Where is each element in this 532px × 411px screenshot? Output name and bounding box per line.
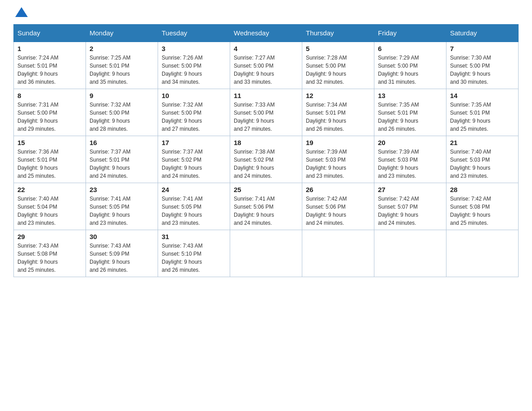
- day-number: 20: [378, 139, 442, 146]
- empty-cell: [374, 230, 446, 277]
- day-number: 23: [90, 186, 154, 193]
- day-cell-10: 10 Sunrise: 7:32 AMSunset: 5:00 PMDaylig…: [158, 89, 230, 136]
- day-number: 14: [450, 92, 515, 99]
- day-cell-3: 3 Sunrise: 7:26 AMSunset: 5:00 PMDayligh…: [158, 42, 230, 89]
- day-info: Sunrise: 7:40 AMSunset: 5:04 PMDaylight:…: [17, 196, 58, 226]
- day-number: 13: [378, 92, 442, 99]
- day-cell-8: 8 Sunrise: 7:31 AMSunset: 5:00 PMDayligh…: [14, 89, 86, 136]
- day-cell-21: 21 Sunrise: 7:40 AMSunset: 5:03 PMDaylig…: [446, 136, 519, 183]
- day-number: 25: [234, 186, 298, 193]
- header-friday: Friday: [374, 25, 446, 42]
- day-number: 6: [378, 45, 442, 52]
- day-info: Sunrise: 7:41 AMSunset: 5:05 PMDaylight:…: [162, 196, 202, 226]
- empty-cell: [302, 230, 374, 277]
- page-header: [13, 9, 519, 15]
- day-cell-27: 27 Sunrise: 7:42 AMSunset: 5:07 PMDaylig…: [374, 183, 446, 230]
- day-cell-23: 23 Sunrise: 7:41 AMSunset: 5:05 PMDaylig…: [86, 183, 158, 230]
- day-info: Sunrise: 7:39 AMSunset: 5:03 PMDaylight:…: [378, 149, 419, 179]
- day-cell-9: 9 Sunrise: 7:32 AMSunset: 5:00 PMDayligh…: [86, 89, 158, 136]
- header-wednesday: Wednesday: [230, 25, 302, 42]
- day-number: 28: [450, 186, 515, 193]
- day-cell-16: 16 Sunrise: 7:37 AMSunset: 5:01 PMDaylig…: [86, 136, 158, 183]
- day-number: 10: [162, 92, 226, 99]
- day-info: Sunrise: 7:40 AMSunset: 5:03 PMDaylight:…: [450, 149, 491, 179]
- logo: [13, 9, 28, 15]
- day-cell-15: 15 Sunrise: 7:36 AMSunset: 5:01 PMDaylig…: [14, 136, 86, 183]
- day-info: Sunrise: 7:24 AMSunset: 5:01 PMDaylight:…: [17, 55, 58, 85]
- day-info: Sunrise: 7:42 AMSunset: 5:08 PMDaylight:…: [450, 196, 491, 226]
- day-info: Sunrise: 7:37 AMSunset: 5:01 PMDaylight:…: [90, 149, 130, 179]
- logo-triangle-icon: [15, 7, 28, 17]
- day-number: 15: [17, 139, 82, 146]
- day-info: Sunrise: 7:41 AMSunset: 5:06 PMDaylight:…: [234, 196, 275, 226]
- logo-top: [13, 9, 28, 17]
- day-info: Sunrise: 7:38 AMSunset: 5:02 PMDaylight:…: [234, 149, 275, 179]
- day-info: Sunrise: 7:26 AMSunset: 5:00 PMDaylight:…: [162, 55, 202, 85]
- day-cell-22: 22 Sunrise: 7:40 AMSunset: 5:04 PMDaylig…: [14, 183, 86, 230]
- day-cell-20: 20 Sunrise: 7:39 AMSunset: 5:03 PMDaylig…: [374, 136, 446, 183]
- header-tuesday: Tuesday: [158, 25, 230, 42]
- day-number: 31: [162, 233, 226, 240]
- day-cell-19: 19 Sunrise: 7:39 AMSunset: 5:03 PMDaylig…: [302, 136, 374, 183]
- day-cell-5: 5 Sunrise: 7:28 AMSunset: 5:00 PMDayligh…: [302, 42, 374, 89]
- day-cell-24: 24 Sunrise: 7:41 AMSunset: 5:05 PMDaylig…: [158, 183, 230, 230]
- day-cell-7: 7 Sunrise: 7:30 AMSunset: 5:00 PMDayligh…: [446, 42, 519, 89]
- day-info: Sunrise: 7:33 AMSunset: 5:00 PMDaylight:…: [234, 102, 275, 132]
- day-info: Sunrise: 7:32 AMSunset: 5:00 PMDaylight:…: [90, 102, 130, 132]
- day-number: 8: [17, 92, 82, 99]
- week-row-1: 1 Sunrise: 7:24 AMSunset: 5:01 PMDayligh…: [14, 42, 519, 89]
- header-monday: Monday: [86, 25, 158, 42]
- day-info: Sunrise: 7:28 AMSunset: 5:00 PMDaylight:…: [306, 55, 347, 85]
- empty-cell: [446, 230, 519, 277]
- day-cell-14: 14 Sunrise: 7:35 AMSunset: 5:01 PMDaylig…: [446, 89, 519, 136]
- day-number: 19: [306, 139, 370, 146]
- day-cell-18: 18 Sunrise: 7:38 AMSunset: 5:02 PMDaylig…: [230, 136, 302, 183]
- day-info: Sunrise: 7:30 AMSunset: 5:00 PMDaylight:…: [450, 55, 491, 85]
- empty-cell: [230, 230, 302, 277]
- calendar-table: SundayMondayTuesdayWednesdayThursdayFrid…: [13, 24, 519, 277]
- day-info: Sunrise: 7:31 AMSunset: 5:00 PMDaylight:…: [17, 102, 58, 132]
- header-sunday: Sunday: [14, 25, 86, 42]
- day-number: 22: [17, 186, 82, 193]
- header-thursday: Thursday: [302, 25, 374, 42]
- day-number: 4: [234, 45, 298, 52]
- day-cell-12: 12 Sunrise: 7:34 AMSunset: 5:01 PMDaylig…: [302, 89, 374, 136]
- day-number: 1: [17, 45, 82, 52]
- day-number: 27: [378, 186, 442, 193]
- day-number: 9: [90, 92, 154, 99]
- day-number: 30: [90, 233, 154, 240]
- day-cell-25: 25 Sunrise: 7:41 AMSunset: 5:06 PMDaylig…: [230, 183, 302, 230]
- day-cell-29: 29 Sunrise: 7:43 AMSunset: 5:08 PMDaylig…: [14, 230, 86, 277]
- day-info: Sunrise: 7:39 AMSunset: 5:03 PMDaylight:…: [306, 149, 347, 179]
- day-number: 18: [234, 139, 298, 146]
- day-number: 3: [162, 45, 226, 52]
- day-cell-30: 30 Sunrise: 7:43 AMSunset: 5:09 PMDaylig…: [86, 230, 158, 277]
- day-number: 24: [162, 186, 226, 193]
- day-info: Sunrise: 7:25 AMSunset: 5:01 PMDaylight:…: [90, 55, 130, 85]
- day-cell-1: 1 Sunrise: 7:24 AMSunset: 5:01 PMDayligh…: [14, 42, 86, 89]
- day-info: Sunrise: 7:43 AMSunset: 5:10 PMDaylight:…: [162, 243, 202, 273]
- day-info: Sunrise: 7:42 AMSunset: 5:07 PMDaylight:…: [378, 196, 419, 226]
- day-info: Sunrise: 7:41 AMSunset: 5:05 PMDaylight:…: [90, 196, 130, 226]
- week-row-4: 22 Sunrise: 7:40 AMSunset: 5:04 PMDaylig…: [14, 183, 519, 230]
- day-info: Sunrise: 7:43 AMSunset: 5:09 PMDaylight:…: [90, 243, 130, 273]
- day-info: Sunrise: 7:43 AMSunset: 5:08 PMDaylight:…: [17, 243, 58, 273]
- day-number: 12: [306, 92, 370, 99]
- day-info: Sunrise: 7:29 AMSunset: 5:00 PMDaylight:…: [378, 55, 419, 85]
- day-number: 2: [90, 45, 154, 52]
- day-number: 5: [306, 45, 370, 52]
- day-number: 26: [306, 186, 370, 193]
- day-cell-17: 17 Sunrise: 7:37 AMSunset: 5:02 PMDaylig…: [158, 136, 230, 183]
- day-number: 11: [234, 92, 298, 99]
- day-number: 17: [162, 139, 226, 146]
- day-info: Sunrise: 7:36 AMSunset: 5:01 PMDaylight:…: [17, 149, 58, 179]
- week-row-2: 8 Sunrise: 7:31 AMSunset: 5:00 PMDayligh…: [14, 89, 519, 136]
- day-info: Sunrise: 7:42 AMSunset: 5:06 PMDaylight:…: [306, 196, 347, 226]
- day-info: Sunrise: 7:37 AMSunset: 5:02 PMDaylight:…: [162, 149, 202, 179]
- header-saturday: Saturday: [446, 25, 519, 42]
- day-cell-13: 13 Sunrise: 7:35 AMSunset: 5:01 PMDaylig…: [374, 89, 446, 136]
- day-cell-26: 26 Sunrise: 7:42 AMSunset: 5:06 PMDaylig…: [302, 183, 374, 230]
- week-row-3: 15 Sunrise: 7:36 AMSunset: 5:01 PMDaylig…: [14, 136, 519, 183]
- day-number: 7: [450, 45, 515, 52]
- day-number: 29: [17, 233, 82, 240]
